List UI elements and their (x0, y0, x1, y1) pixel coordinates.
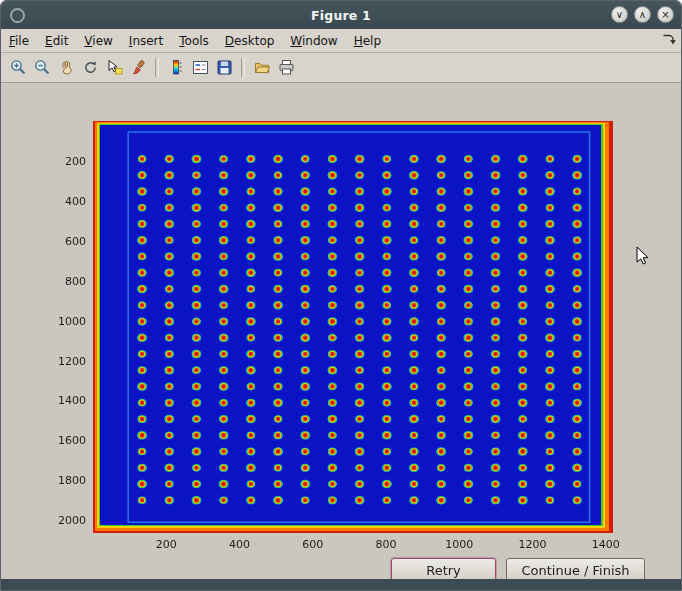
data-cursor-icon[interactable] (103, 57, 125, 79)
toolbar-separator (155, 58, 159, 77)
title-bar[interactable]: Figure 1 ∨ ∧ × (1, 1, 681, 30)
x-tick-label: 1400 (592, 538, 620, 551)
y-tick-label: 1200 (58, 354, 86, 367)
x-tick-label: 200 (156, 538, 177, 551)
figure-window: Figure 1 ∨ ∧ × FileEditViewInsertToolsDe… (0, 0, 682, 591)
x-tick-label: 600 (302, 538, 323, 551)
y-tick-label: 600 (65, 234, 86, 247)
minimize-button[interactable]: ∨ (611, 6, 628, 23)
brush-icon[interactable] (127, 57, 149, 79)
x-tick-label: 1000 (445, 538, 473, 551)
y-tick-label: 200 (65, 154, 86, 167)
print-icon[interactable] (275, 57, 297, 79)
y-tick-label: 1400 (58, 394, 86, 407)
maximize-button[interactable]: ∧ (634, 6, 651, 23)
close-button[interactable]: × (657, 6, 674, 23)
open-folder-icon[interactable] (251, 57, 273, 79)
legend-icon[interactable] (189, 57, 211, 79)
y-tick-label: 800 (65, 274, 86, 287)
zoom-in-icon[interactable] (7, 57, 29, 79)
menu-item-tools[interactable]: Tools (171, 31, 217, 51)
figure-canvas: 2004006008001000120014001600180020002004… (1, 83, 681, 579)
mouse-cursor-icon (636, 246, 650, 269)
menu-items: FileEditViewInsertToolsDesktopWindowHelp (1, 31, 389, 51)
x-tick-label: 1200 (518, 538, 546, 551)
toolbar-separator (241, 58, 245, 77)
menu-item-edit[interactable]: Edit (37, 31, 76, 51)
menu-item-view[interactable]: View (76, 31, 120, 51)
menu-overflow-icon[interactable] (662, 33, 676, 49)
menu-item-window[interactable]: Window (282, 31, 345, 51)
figure-toolbar (1, 53, 681, 83)
zoom-out-icon[interactable] (31, 57, 53, 79)
pan-hand-icon[interactable] (55, 57, 77, 79)
y-tick-label: 1800 (58, 474, 86, 487)
menu-item-desktop[interactable]: Desktop (217, 31, 283, 51)
window-title: Figure 1 (1, 8, 681, 23)
x-tick-label: 800 (375, 538, 396, 551)
menu-item-insert[interactable]: Insert (121, 31, 171, 51)
menu-bar: FileEditViewInsertToolsDesktopWindowHelp (1, 29, 681, 53)
x-tick-label: 400 (229, 538, 250, 551)
save-icon[interactable] (213, 57, 235, 79)
y-tick-label: 1600 (58, 434, 86, 447)
y-tick-label: 2000 (58, 514, 86, 527)
y-tick-label: 1000 (58, 314, 86, 327)
window-controls: ∨ ∧ × (611, 6, 674, 23)
axes (93, 121, 613, 533)
window-bottom-border (1, 579, 681, 590)
rotate-3d-icon[interactable] (79, 57, 101, 79)
microarray-image (93, 121, 613, 533)
colorbar-icon[interactable] (165, 57, 187, 79)
menu-item-file[interactable]: File (1, 31, 37, 51)
y-tick-label: 400 (65, 194, 86, 207)
menu-item-help[interactable]: Help (346, 31, 389, 51)
